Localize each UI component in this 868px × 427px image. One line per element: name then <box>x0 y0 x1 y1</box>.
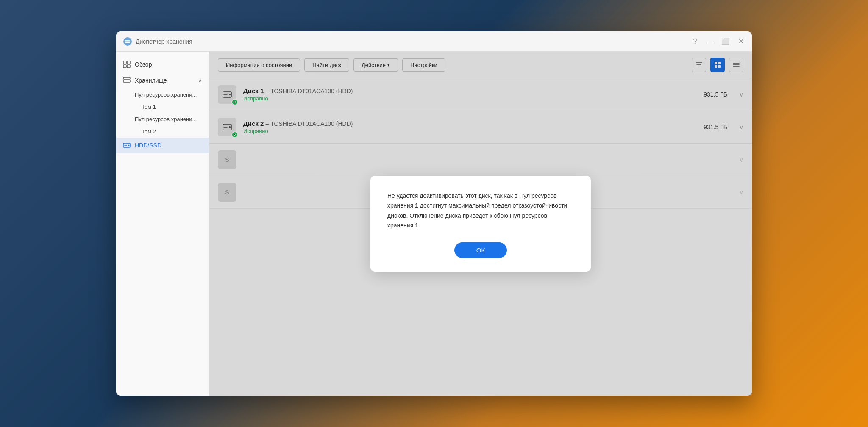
svg-rect-8 <box>123 80 130 82</box>
close-button[interactable]: ✕ <box>737 37 745 46</box>
svg-rect-3 <box>123 61 126 64</box>
modal-overlay: Не удается деактивировать этот диск, так… <box>209 52 752 396</box>
volume2-label: Том 2 <box>142 128 156 135</box>
sidebar-item-volume1[interactable]: Том 1 <box>116 101 209 113</box>
modal-actions: ОК <box>387 242 574 258</box>
hdd-icon <box>123 141 131 149</box>
svg-rect-7 <box>123 77 130 79</box>
storage-icon <box>123 76 131 85</box>
svg-rect-2 <box>125 42 130 43</box>
sidebar-item-volume2[interactable]: Том 2 <box>116 125 209 138</box>
pool2-label: Пул ресурсов хранени... <box>135 116 197 122</box>
modal-dialog: Не удается деактивировать этот диск, так… <box>370 176 591 271</box>
modal-message: Не удается деактивировать этот диск, так… <box>387 191 574 230</box>
svg-rect-1 <box>125 40 130 42</box>
minimize-button[interactable]: — <box>706 37 715 46</box>
app-title: Диспетчер хранения <box>136 38 691 45</box>
modal-ok-button[interactable]: ОК <box>454 242 507 258</box>
svg-point-10 <box>128 145 130 146</box>
window-controls: ? — ⬜ ✕ <box>691 37 745 46</box>
hdd-ssd-label: HDD/SSD <box>135 142 161 149</box>
svg-rect-4 <box>127 61 130 64</box>
sidebar-item-pool1[interactable]: Пул ресурсов хранени... <box>116 89 209 101</box>
storage-chevron: ∧ <box>198 78 202 83</box>
help-button[interactable]: ? <box>691 37 699 46</box>
main-layout: Обзор Хранилище ∧ Пул ресурсов хранени..… <box>116 52 752 396</box>
sidebar-storage-header[interactable]: Хранилище ∧ <box>116 72 209 89</box>
storage-label: Хранилище <box>135 77 167 84</box>
app-icon <box>123 37 132 46</box>
overview-label: Обзор <box>135 61 152 68</box>
content-area: Информация о состоянии Найти диск Действ… <box>209 52 752 396</box>
volume1-label: Том 1 <box>142 104 156 110</box>
svg-point-0 <box>123 37 132 46</box>
maximize-button[interactable]: ⬜ <box>721 37 730 46</box>
sidebar-item-hdd-ssd[interactable]: HDD/SSD <box>116 138 209 153</box>
sidebar-item-overview[interactable]: Обзор <box>116 57 209 72</box>
sidebar: Обзор Хранилище ∧ Пул ресурсов хранени..… <box>116 52 209 396</box>
svg-rect-6 <box>127 65 130 68</box>
pool1-label: Пул ресурсов хранени... <box>135 92 197 98</box>
titlebar: Диспетчер хранения ? — ⬜ ✕ <box>116 31 752 52</box>
main-window: Диспетчер хранения ? — ⬜ ✕ Обзор <box>116 31 752 396</box>
svg-rect-5 <box>123 65 126 68</box>
overview-icon <box>123 61 131 68</box>
sidebar-item-pool2[interactable]: Пул ресурсов хранени... <box>116 113 209 125</box>
